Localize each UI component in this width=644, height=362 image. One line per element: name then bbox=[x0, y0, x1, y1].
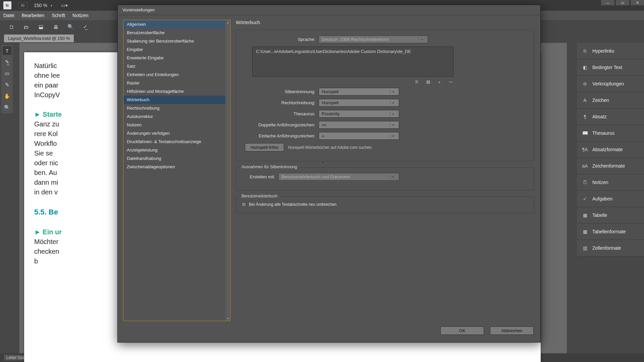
panel-conditional-text[interactable]: ◧Bedingter Text bbox=[577, 59, 644, 76]
single-quotes-select[interactable]: ›‹▾ bbox=[319, 132, 399, 140]
category-item[interactable]: Dateihandhabung bbox=[123, 154, 230, 163]
hyperlinks-icon: ⎘ bbox=[582, 48, 588, 54]
panel-character[interactable]: AZeichen bbox=[577, 92, 644, 109]
note-tool-icon[interactable]: ✎̲ bbox=[3, 58, 11, 66]
hunspell-info-button[interactable]: Hunspell-Infos bbox=[245, 143, 284, 152]
category-item[interactable]: Rechtschreibung bbox=[123, 104, 230, 112]
zoom-combo[interactable]: 150 %▾ bbox=[34, 3, 52, 8]
category-item[interactable]: Anzeigeleistung bbox=[123, 146, 230, 154]
compose-using-select[interactable]: Benutzerwörterbuch und Dokument▾ bbox=[278, 173, 399, 181]
chevron-down-icon: ▾ bbox=[390, 134, 396, 138]
window-maximize-button[interactable]: ▭ bbox=[616, 0, 629, 5]
eyedropper-tool-icon[interactable]: ✎ bbox=[3, 80, 11, 89]
category-item[interactable]: Eingabe bbox=[123, 45, 230, 54]
category-scrollbar[interactable]: ▴ ▾ bbox=[225, 20, 230, 321]
single-quotes-label: Einfache Anführungszeichen: bbox=[241, 133, 319, 138]
chevron-down-icon: ▾ bbox=[390, 101, 396, 105]
pane-heading: Wörterbuch bbox=[236, 20, 534, 25]
chevron-down-icon: ▾ bbox=[390, 90, 396, 94]
hyphenation-select[interactable]: Hunspell▾ bbox=[319, 88, 399, 96]
hyphenation-label: Silbentrennung: bbox=[241, 89, 319, 94]
chevron-down-icon: ▾ bbox=[51, 4, 52, 7]
menu-edit[interactable]: Bearbeiten bbox=[22, 13, 45, 18]
hyphen-exceptions-title: Ausnahmen für Silbentrennung bbox=[239, 165, 299, 169]
category-item[interactable]: Notizen bbox=[123, 121, 230, 129]
language-label: Sprache: bbox=[241, 37, 319, 42]
notes-icon: 🗒 bbox=[582, 179, 588, 186]
hand-tool-icon[interactable]: ✋ bbox=[3, 92, 11, 101]
add-dict-icon[interactable]: ＋ bbox=[437, 79, 442, 85]
character-styles-icon: aA bbox=[582, 163, 588, 169]
dictionary-path-list[interactable]: C:\User...w\Adobe\Linguistics\UserDictio… bbox=[252, 47, 453, 77]
open-file-icon[interactable]: 🗁 bbox=[23, 23, 30, 30]
position-tool-icon[interactable]: ▭ bbox=[3, 69, 11, 78]
language-select[interactable]: Deutsch: 2006 Rechtschreibreform▾ bbox=[319, 36, 428, 43]
spellcheck-icon[interactable]: ✓̲ bbox=[82, 23, 89, 30]
category-item[interactable]: Zwischenablageoptionen bbox=[123, 163, 230, 171]
checkbox-checked-icon: ✓ bbox=[241, 202, 246, 207]
panel-links[interactable]: ⊘Verknüpfungen bbox=[577, 76, 644, 92]
chevron-down-icon: ▾ bbox=[390, 112, 396, 116]
category-item[interactable]: Druckfahnen- & Textabschnittsanzeige bbox=[123, 137, 230, 146]
assignments-icon: ✓ bbox=[582, 195, 588, 202]
window-close-button[interactable]: ✕ bbox=[631, 0, 644, 5]
thesaurus-icon: 📖 bbox=[582, 130, 588, 136]
links-icon: ⊘ bbox=[582, 80, 588, 87]
preferences-dialog: Voreinstellungen AllgemeinBenutzeroberfl… bbox=[117, 5, 541, 343]
scroll-up-icon[interactable]: ▴ bbox=[226, 21, 229, 24]
right-panel-column: ⎘Hyperlinks ◧Bedingter Text ⊘Verknüpfung… bbox=[577, 43, 644, 256]
category-list[interactable]: AllgemeinBenutzeroberflächeSkalierung de… bbox=[123, 20, 230, 321]
double-quotes-select[interactable]: »«▾ bbox=[319, 121, 399, 129]
recompose-checkbox[interactable]: ✓ Bei Änderung alle Textabschnitte neu u… bbox=[241, 202, 529, 207]
user-dictionary-title: Benutzerwörterbuch bbox=[239, 194, 279, 198]
category-item[interactable]: Skalierung der Benutzeroberfläche bbox=[123, 37, 230, 45]
panel-notes[interactable]: 🗒Notizen bbox=[577, 174, 644, 191]
panel-cell-styles[interactable]: ▥Zellenformate bbox=[577, 240, 644, 256]
zoom-tool-icon[interactable]: 🔍 bbox=[3, 103, 11, 112]
zoom-value: 150 % bbox=[34, 3, 47, 8]
chevron-down-icon: ▾ bbox=[390, 175, 396, 179]
document-tab[interactable]: Layout_Workflow.indd @ 150 % bbox=[4, 35, 74, 42]
menu-type[interactable]: Schrift bbox=[52, 13, 65, 18]
thesaurus-select[interactable]: Proximity▾ bbox=[319, 110, 399, 118]
category-item[interactable]: Benutzeroberfläche bbox=[123, 28, 230, 37]
relink-icon[interactable]: ⎘ bbox=[414, 79, 419, 85]
category-item[interactable]: Autokorrektur bbox=[123, 112, 230, 121]
hunspell-link[interactable]: Hunspell-Wörterbücher auf Adobe.com such… bbox=[288, 145, 372, 150]
bridge-button[interactable]: Br bbox=[18, 2, 28, 8]
panel-paragraph-styles[interactable]: ¶AAbsatzformate bbox=[577, 141, 644, 158]
category-item[interactable]: Änderungen verfolgen bbox=[123, 129, 230, 137]
category-item[interactable]: Raster bbox=[123, 79, 230, 87]
type-tool-icon[interactable]: T bbox=[3, 46, 11, 55]
panel-assignments[interactable]: ✓Aufgaben bbox=[577, 191, 644, 207]
panel-table-styles[interactable]: ▦Tabellenformate bbox=[577, 224, 644, 240]
menu-file[interactable]: Datei bbox=[3, 13, 14, 18]
search-icon[interactable]: 🔍 bbox=[67, 23, 74, 30]
panel-paragraph[interactable]: ¶Absatz bbox=[577, 109, 644, 125]
print-icon[interactable]: 🖶 bbox=[52, 23, 59, 30]
cell-styles-icon: ▥ bbox=[582, 245, 588, 251]
category-item[interactable]: Einheiten und Einteilungen bbox=[123, 70, 230, 79]
category-item[interactable]: Allgemein bbox=[123, 20, 230, 28]
new-file-icon[interactable]: 🗋 bbox=[8, 23, 15, 30]
menu-notes[interactable]: Notizen bbox=[72, 13, 88, 18]
ok-button[interactable]: OK bbox=[440, 326, 484, 335]
panel-table[interactable]: ▦Tabelle bbox=[577, 207, 644, 224]
panel-character-styles[interactable]: aAZeichenformate bbox=[577, 158, 644, 174]
workspace-switcher-icon[interactable]: ▭▾ bbox=[61, 3, 68, 8]
panel-hyperlinks[interactable]: ⎘Hyperlinks bbox=[577, 43, 644, 59]
save-icon[interactable]: ⬓ bbox=[38, 23, 44, 30]
window-minimize-button[interactable]: — bbox=[601, 0, 614, 5]
new-dict-icon[interactable]: ▤ bbox=[425, 79, 431, 85]
cancel-button[interactable]: Abbrechen bbox=[490, 326, 534, 335]
conditional-text-icon: ◧ bbox=[582, 64, 588, 71]
category-item[interactable]: Erweiterte Eingabe bbox=[123, 54, 230, 62]
category-item[interactable]: Wörterbuch bbox=[123, 96, 230, 104]
category-item[interactable]: Hilfslinien und Montagefläche bbox=[123, 87, 230, 96]
panel-thesaurus[interactable]: 📖Thesaurus bbox=[577, 125, 644, 141]
category-item[interactable]: Satz bbox=[123, 62, 230, 70]
thesaurus-label: Thesaurus: bbox=[241, 111, 319, 116]
remove-dict-icon[interactable]: — bbox=[448, 79, 453, 85]
spelling-select[interactable]: Hunspell▾ bbox=[319, 99, 399, 107]
scroll-down-icon[interactable]: ▾ bbox=[226, 317, 229, 320]
